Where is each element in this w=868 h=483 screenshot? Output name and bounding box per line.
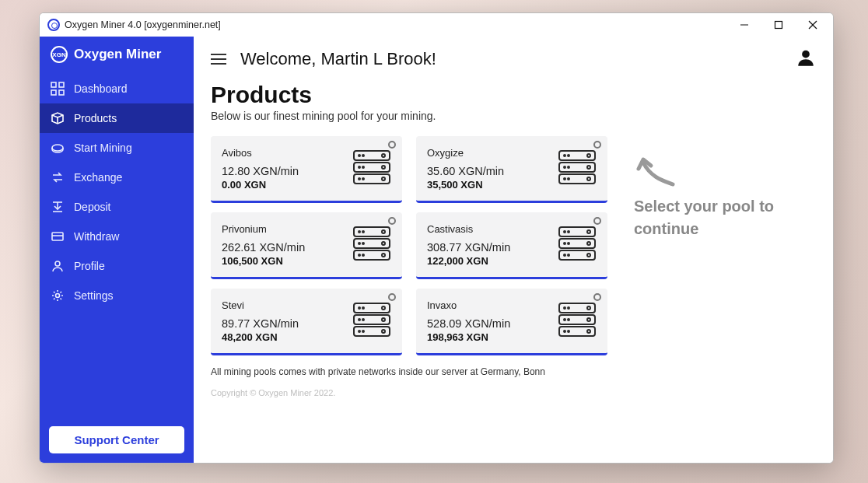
brand-logo-icon: XGN — [51, 46, 68, 63]
svg-point-47 — [359, 254, 360, 256]
svg-point-84 — [568, 331, 569, 332]
svg-point-31 — [564, 155, 565, 156]
svg-point-82 — [568, 319, 569, 320]
brand-name: Oxygen Miner — [74, 47, 161, 62]
hint-panel: Select your pool to continue — [623, 136, 802, 240]
sidebar-item-label: Start Mining — [74, 142, 132, 154]
server-icon — [556, 299, 598, 344]
pool-card[interactable]: Oxygize 35.60 XGN/min 35,500 XGN — [416, 136, 607, 203]
pool-card[interactable]: Privonium 262.61 XGN/min 106,500 XGN — [211, 212, 402, 279]
app-logo-icon — [47, 19, 60, 31]
svg-point-71 — [359, 331, 360, 332]
svg-point-32 — [568, 155, 569, 156]
svg-point-21 — [359, 166, 360, 168]
mining-icon — [51, 141, 65, 155]
svg-point-48 — [362, 254, 364, 256]
support-label: Support Center — [74, 433, 159, 446]
svg-point-78 — [587, 330, 590, 333]
svg-point-16 — [382, 154, 385, 157]
svg-point-12 — [802, 51, 810, 58]
svg-rect-6 — [51, 90, 56, 95]
sidebar-item-label: Dashboard — [74, 82, 128, 95]
pool-card[interactable]: Avibos 12.80 XGN/min 0.00 XGN — [211, 136, 402, 203]
pool-name: Invaxo — [427, 299, 510, 311]
pool-rate: 262.61 XGN/min — [222, 241, 305, 254]
minimize-button[interactable] — [727, 13, 761, 37]
pool-name: Privonium — [222, 223, 305, 235]
withdraw-icon — [51, 229, 65, 243]
pool-name: Castivasis — [427, 223, 510, 235]
svg-point-80 — [568, 307, 569, 309]
radio-indicator-icon — [388, 141, 396, 149]
pool-balance: 106,500 XGN — [222, 255, 305, 267]
close-button[interactable] — [796, 13, 830, 37]
server-icon — [556, 222, 598, 268]
sidebar: XGN Oxygen Miner Dashboard Products — [40, 37, 194, 463]
pool-cards-grid: Avibos 12.80 XGN/min 0.00 XGN Oxygize 35… — [211, 136, 607, 355]
svg-point-60 — [568, 254, 569, 256]
pool-card[interactable]: Castivasis 308.77 XGN/min 122,000 XGN — [416, 212, 607, 279]
products-icon — [51, 111, 65, 125]
svg-point-35 — [564, 178, 565, 180]
svg-point-79 — [564, 307, 565, 309]
radio-indicator-icon — [593, 217, 601, 225]
deposit-icon — [51, 200, 65, 214]
radio-indicator-icon — [388, 217, 396, 225]
sidebar-item-label: Exchange — [74, 171, 122, 184]
menu-toggle-button[interactable] — [211, 51, 226, 68]
svg-point-19 — [359, 155, 360, 156]
svg-point-18 — [382, 177, 385, 180]
pool-balance: 0.00 XGN — [222, 179, 299, 191]
pool-balance: 35,500 XGN — [427, 179, 504, 191]
svg-point-45 — [359, 243, 360, 244]
sidebar-item-settings[interactable]: Settings — [40, 281, 194, 310]
svg-point-52 — [587, 230, 590, 233]
settings-icon — [51, 289, 65, 303]
pool-rate: 308.77 XGN/min — [427, 241, 510, 254]
copyright: Copyright © Oxygen Miner 2022. — [211, 388, 816, 397]
svg-point-43 — [359, 231, 360, 233]
content: Products Below is our finest mining pool… — [194, 75, 833, 463]
sidebar-item-exchange[interactable]: Exchange — [40, 163, 194, 192]
sidebar-item-profile[interactable]: Profile — [40, 251, 194, 281]
server-icon — [351, 299, 393, 344]
svg-point-81 — [564, 319, 565, 320]
server-icon — [351, 146, 393, 191]
sidebar-item-products[interactable]: Products — [40, 103, 194, 133]
nav: Dashboard Products Start Mining — [40, 74, 194, 310]
sidebar-item-start-mining[interactable]: Start Mining — [40, 133, 194, 163]
support-center-button[interactable]: Support Center — [49, 426, 184, 453]
svg-point-46 — [362, 243, 364, 244]
sidebar-item-withdraw[interactable]: Withdraw — [40, 222, 194, 251]
svg-point-34 — [568, 166, 569, 168]
radio-indicator-icon — [388, 293, 396, 301]
hint-arrow-icon — [634, 155, 677, 187]
server-icon — [351, 222, 393, 268]
svg-point-57 — [564, 243, 565, 244]
sidebar-item-label: Deposit — [74, 201, 110, 213]
sidebar-item-deposit[interactable]: Deposit — [40, 192, 194, 222]
svg-point-65 — [382, 318, 385, 321]
app-window: Oxygen Miner 4.0 [oxygenminer.net] XGN O… — [39, 12, 834, 464]
page-title: Products — [211, 82, 816, 108]
sidebar-item-dashboard[interactable]: Dashboard — [40, 74, 194, 103]
window-title: Oxygen Miner 4.0 [oxygenminer.net] — [65, 19, 221, 30]
pool-rate: 35.60 XGN/min — [427, 165, 504, 177]
svg-point-40 — [382, 230, 385, 233]
svg-point-53 — [587, 242, 590, 245]
user-avatar-icon[interactable] — [796, 47, 816, 71]
maximize-button[interactable] — [761, 13, 796, 37]
pool-name: Oxygize — [427, 147, 504, 159]
pool-card[interactable]: Invaxo 528.09 XGN/min 198,963 XGN — [416, 289, 607, 355]
svg-point-58 — [568, 243, 569, 244]
pool-rate: 528.09 XGN/min — [427, 317, 510, 330]
sidebar-item-label: Withdraw — [74, 230, 119, 243]
svg-point-72 — [362, 331, 364, 332]
svg-point-29 — [587, 166, 590, 169]
brand: XGN Oxygen Miner — [40, 37, 194, 74]
pool-card[interactable]: Stevi 89.77 XGN/min 48,200 XGN — [211, 289, 402, 355]
svg-point-42 — [382, 254, 385, 257]
svg-point-30 — [587, 177, 590, 180]
svg-rect-1 — [775, 22, 782, 29]
pool-balance: 48,200 XGN — [222, 331, 299, 343]
